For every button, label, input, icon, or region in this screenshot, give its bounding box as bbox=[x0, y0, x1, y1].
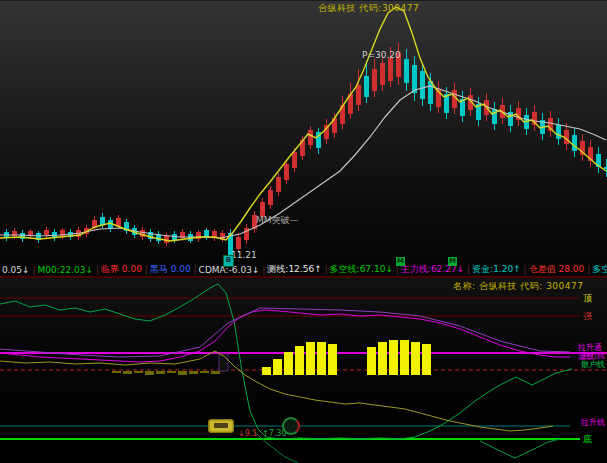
indicator-chart[interactable] bbox=[0, 278, 607, 463]
candlestick-chart[interactable] bbox=[0, 1, 607, 264]
status-item-1: M00:22.03↓ bbox=[38, 265, 99, 275]
right-label-4: 散户线 bbox=[581, 360, 605, 369]
price-pane-title: 合纵科技 代码:300477 bbox=[318, 2, 419, 15]
indicator-status-bar: 0.05↓M00:22.03↓临界 0.00黑马 0.00CDMA:-6.03↓… bbox=[0, 263, 607, 278]
status-item-10: 多空临界 7.20 bbox=[592, 263, 607, 276]
status-item-3: 黑马 0.00 bbox=[150, 263, 197, 276]
status-item-5: 测线:12.56↑ bbox=[267, 263, 327, 276]
status-item-8: 资金:1.20↑ bbox=[472, 263, 527, 276]
status-item-9: 仓差值 28.00 bbox=[529, 263, 591, 276]
status-item-0: 0.05↓ bbox=[2, 265, 36, 275]
status-item-2: 临界 0.00 bbox=[101, 263, 148, 276]
badge-glyph bbox=[214, 423, 228, 428]
watermark-logo-icon bbox=[282, 417, 300, 435]
right-label-5: 拉升线 bbox=[581, 418, 605, 427]
right-label-0: 顶 bbox=[583, 294, 592, 303]
right-label-1: 强 bbox=[583, 312, 592, 321]
status-item-6: 多空线:67.10↓ bbox=[330, 263, 399, 276]
indicator-pane: 名称: 合纵科技 代码: 300477 顶强拉升通道数主力线散户线拉升线底 ↓9… bbox=[0, 278, 607, 463]
watermark-badge bbox=[208, 419, 234, 433]
m-signal-marker-1: M bbox=[396, 257, 405, 266]
stock-trading-app: 合纵科技 代码:300477 P=30.20 MM突破— 11.21 B M M… bbox=[0, 0, 607, 463]
right-label-6: 底 bbox=[583, 435, 592, 444]
ma-breakout-label: MM突破— bbox=[256, 214, 299, 227]
indicator-pane-title: 名称: 合纵科技 代码: 300477 bbox=[453, 280, 584, 293]
peak-price-label: P=30.20 bbox=[362, 50, 401, 60]
right-label-3: 主力线 bbox=[581, 351, 605, 360]
buy-signal-marker: B bbox=[223, 255, 234, 267]
footnote-red-value: ↓9.1 bbox=[238, 429, 257, 438]
price-chart-pane: 合纵科技 代码:300477 P=30.20 MM突破— 11.21 bbox=[0, 0, 607, 264]
status-item-7: 主力线:62.27↓ bbox=[401, 263, 470, 276]
m-signal-marker-2: M bbox=[448, 257, 457, 266]
low-price-label: 11.21 bbox=[231, 250, 257, 260]
